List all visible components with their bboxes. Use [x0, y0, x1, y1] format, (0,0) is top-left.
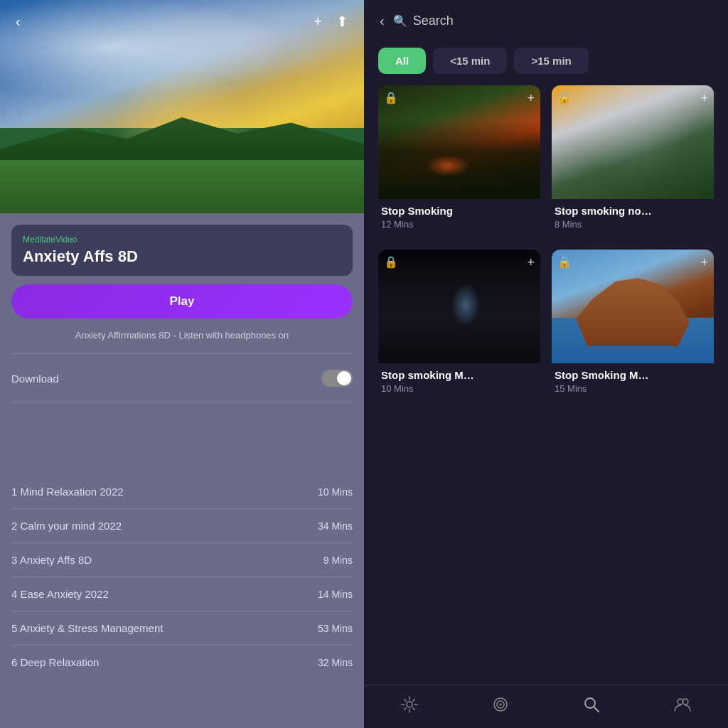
lock-icon-3: 🔒 [384, 255, 398, 269]
svg-point-0 [407, 702, 412, 707]
right-back-button[interactable]: ‹ [378, 11, 386, 31]
header-actions: + ⬆ [312, 11, 350, 31]
track-name: 4 Ease Anxiety 2022 [11, 588, 109, 600]
search-label: Search [413, 14, 454, 28]
filter-gt15[interactable]: >15 min [514, 48, 588, 74]
track-divider [11, 645, 353, 646]
card-title-1: Stop Smoking [381, 205, 537, 217]
lock-icon-4: 🔒 [557, 255, 572, 269]
home-nav-icon[interactable] [400, 695, 419, 714]
spacer [364, 402, 728, 685]
track-row[interactable]: 4 Ease Anxiety 202214 Mins [11, 579, 353, 609]
svg-point-3 [500, 704, 502, 706]
card-image-forest: 🔒 + [378, 85, 540, 199]
card-image-mountain: 🔒 + [552, 85, 714, 199]
card-duration-4: 15 Mins [555, 383, 711, 394]
play-button[interactable]: Play [11, 284, 353, 318]
search-bar[interactable]: 🔍 Search [393, 14, 714, 28]
track-name: 3 Anxiety Affs 8D [11, 554, 92, 566]
search-icon: 🔍 [393, 14, 407, 28]
card-title-4: Stop Smoking M… [555, 369, 711, 381]
filter-tabs: All <15 min >15 min [364, 42, 728, 85]
left-panel: ‹ + ⬆ MeditateVideo Anxiety Affs 8D Play… [0, 0, 364, 728]
download-label: Download [11, 373, 59, 385]
card-info-4: Stop Smoking M… 15 Mins [552, 363, 714, 402]
right-panel: ‹ 🔍 Search All <15 min >15 min 🔒 + Stop … [364, 0, 728, 728]
island-rock [576, 278, 690, 346]
card-title-3: Stop smoking M… [381, 369, 537, 381]
card-stop-smoking-4[interactable]: 🔒 + Stop Smoking M… 15 Mins [552, 250, 714, 402]
track-name: 5 Anxiety & Stress Management [11, 622, 163, 634]
track-duration: 9 Mins [323, 555, 353, 566]
fire-glow [427, 155, 469, 176]
add-icon-1[interactable]: + [527, 91, 535, 106]
track-list: 1 Mind Relaxation 202210 Mins2 Calm your… [0, 476, 364, 728]
track-row[interactable]: 1 Mind Relaxation 202210 Mins [11, 476, 353, 507]
divider-top [11, 353, 353, 354]
toggle-knob [337, 371, 351, 385]
card-image-smoke: 🔒 + [378, 250, 540, 363]
track-name: 1 Mind Relaxation 2022 [11, 486, 124, 498]
track-divider [11, 577, 353, 577]
track-divider [11, 508, 353, 509]
left-header: ‹ + ⬆ [0, 0, 364, 43]
card-info-1: Stop Smoking 12 Mins [378, 199, 540, 238]
add-icon-4[interactable]: + [700, 255, 708, 270]
filter-lt15[interactable]: <15 min [433, 48, 507, 74]
card-info-3: Stop smoking M… 10 Mins [378, 363, 540, 402]
mist-overlay [552, 85, 714, 199]
description-text: Anxiety Affirmations 8D - Listen with he… [11, 327, 353, 343]
add-icon-2[interactable]: + [700, 91, 708, 106]
content-area: MeditateVideo Anxiety Affs 8D Play Anxie… [0, 213, 364, 476]
card-title: Anxiety Affs 8D [23, 247, 341, 266]
field-layer [0, 160, 364, 213]
back-button[interactable]: ‹ [14, 12, 22, 31]
track-duration: 14 Mins [318, 589, 353, 600]
content-grid: 🔒 + Stop Smoking 12 Mins 🔒 + Stop smokin… [364, 85, 728, 402]
track-duration: 53 Mins [318, 623, 353, 634]
lock-icon-1: 🔒 [384, 91, 398, 105]
svg-line-5 [594, 707, 599, 712]
divider-1 [11, 402, 353, 403]
card-stop-smoking-1[interactable]: 🔒 + Stop Smoking 12 Mins [378, 85, 540, 238]
card-image-island: 🔒 + [552, 250, 714, 363]
download-toggle[interactable] [321, 370, 353, 387]
card-duration-3: 10 Mins [381, 383, 537, 394]
card-stop-smoking-3[interactable]: 🔒 + Stop smoking M… 10 Mins [378, 250, 540, 402]
card-duration-2: 8 Mins [555, 219, 711, 230]
add-icon-3[interactable]: + [527, 255, 535, 270]
track-row[interactable]: 3 Anxiety Affs 8D9 Mins [11, 545, 353, 575]
track-name: 2 Calm your mind 2022 [11, 520, 122, 532]
track-row[interactable]: 5 Anxiety & Stress Management53 Mins [11, 613, 353, 643]
share-button[interactable]: ⬆ [335, 11, 350, 31]
track-divider [11, 542, 353, 543]
search-nav-icon[interactable] [582, 695, 601, 714]
card-stop-smoking-2[interactable]: 🔒 + Stop smoking no… 8 Mins [552, 85, 714, 238]
lock-icon-2: 🔒 [557, 91, 572, 105]
add-button[interactable]: + [312, 11, 323, 31]
card-subtitle: MeditateVideo [23, 235, 341, 245]
target-nav-icon[interactable] [491, 695, 510, 714]
track-duration: 10 Mins [318, 486, 353, 498]
card-duration-1: 12 Mins [381, 219, 537, 230]
download-row: Download [11, 364, 353, 392]
track-row[interactable]: 2 Calm your mind 202234 Mins [11, 510, 353, 541]
track-row[interactable]: 6 Deep Relaxation32 Mins [11, 647, 353, 678]
card-title-2: Stop smoking no… [555, 205, 711, 217]
track-name: 6 Deep Relaxation [11, 656, 99, 668]
card-info-2: Stop smoking no… 8 Mins [552, 199, 714, 238]
track-divider [11, 611, 353, 611]
track-duration: 34 Mins [318, 520, 353, 532]
title-card: MeditateVideo Anxiety Affs 8D [11, 225, 353, 276]
bottom-nav [364, 685, 728, 728]
smoke-glow [451, 284, 480, 326]
filter-all[interactable]: All [378, 48, 426, 74]
right-header: ‹ 🔍 Search [364, 0, 728, 42]
profile-nav-icon[interactable] [673, 695, 692, 714]
track-duration: 32 Mins [318, 657, 353, 668]
